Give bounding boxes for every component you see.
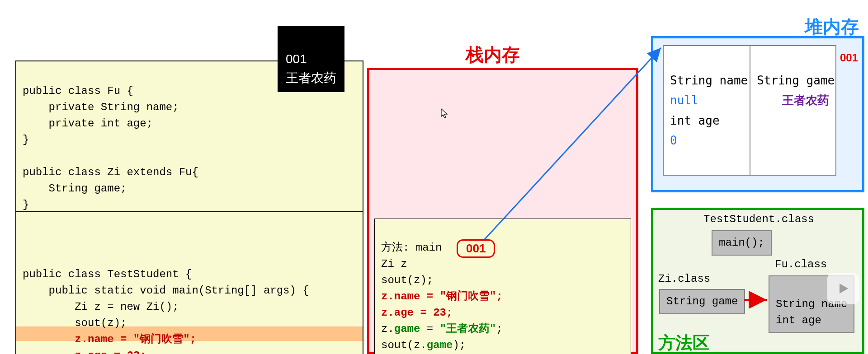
code-line: public class TestStudent { (23, 268, 192, 280)
field-value: null (670, 93, 698, 107)
pointer-address: 001 (457, 239, 495, 258)
frame-line: z.name = "钢门吹雪"; (381, 290, 503, 303)
field-value: 王者农药 (757, 90, 829, 110)
frame-line: sout(z.game); (381, 339, 466, 351)
stack-title: 栈内存 (466, 42, 520, 67)
code-line: z.age = 23; (23, 349, 146, 354)
tooltip-box: 001 王者农药 (278, 26, 344, 92)
code-line: } (23, 134, 29, 146)
class-box-zi: String game (659, 289, 745, 314)
class-label-fu: Fu.class (775, 258, 827, 270)
field-label: String name (670, 74, 748, 87)
code-box-teststudent: public class TestStudent { public static… (15, 211, 363, 354)
code-line: sout(z); (23, 317, 127, 329)
code-line: public class Fu { (23, 85, 133, 97)
field-label: int age (670, 114, 720, 127)
field-value: 0 (670, 134, 677, 147)
class-box-main: main(); (712, 230, 772, 256)
code-line: public static void main(String[] args) { (23, 284, 309, 297)
object-col-parent: String name null int age 0 (664, 46, 750, 175)
frame-line: 方法: main (381, 242, 442, 254)
heap-object: String name null int age 0 String game 王… (663, 45, 836, 176)
code-line: private int age; (23, 117, 153, 130)
heap-object-address: 001 (840, 51, 858, 64)
code-line: Zi z = new Zi(); (23, 301, 179, 313)
code-line: public class Zi extends Fu{ (23, 166, 198, 178)
class-label-teststudent: TestStudent.class (703, 213, 814, 225)
tooltip-line: 001 (286, 52, 307, 66)
method-area-title: 方法区 (658, 331, 710, 354)
field-label: int age (776, 314, 821, 326)
code-line: String game; (23, 182, 127, 195)
frame-line: z.game = "王者农药"; (381, 323, 503, 335)
frame-line: Zi z (381, 258, 407, 270)
stack-frame-main: 方法: main Zi z sout(z); z.name = "钢门吹雪"; … (374, 219, 631, 354)
code-line: private String name; (23, 101, 179, 113)
field-label: String game (757, 74, 835, 87)
class-label-zi: Zi.class (658, 273, 710, 285)
code-line: z.name = "钢门吹雪"; (23, 333, 196, 345)
tooltip-line: 王者农药 (286, 71, 336, 85)
code-line: } (23, 199, 29, 211)
cursor-icon (441, 108, 449, 121)
frame-line: z.age = 23; (381, 307, 453, 319)
heap-title: 堆内存 (805, 14, 859, 39)
frame-line: sout(z); (381, 274, 433, 286)
play-button[interactable] (827, 273, 859, 304)
object-col-child: String game 王者农药 (750, 46, 835, 175)
